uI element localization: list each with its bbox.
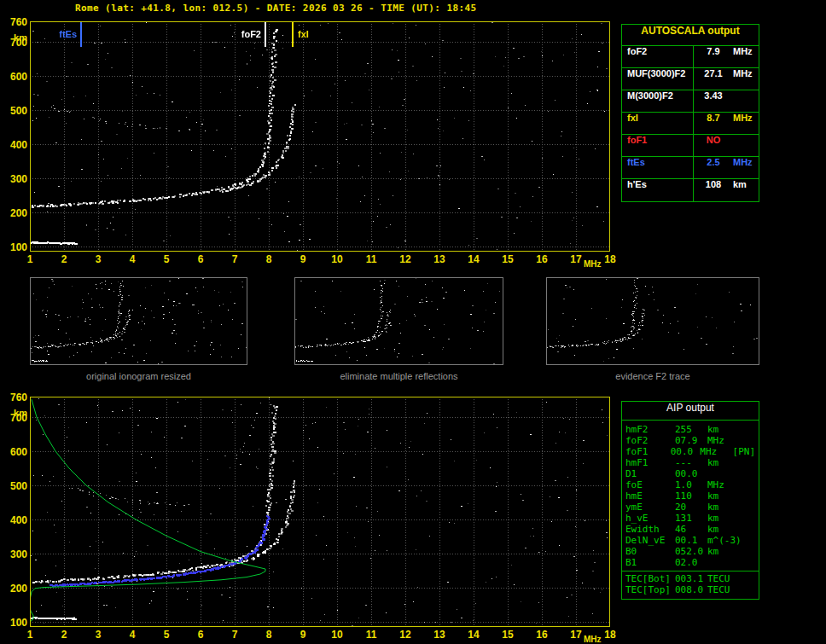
aip-unit: [707, 468, 743, 479]
autoscala-value-cell: 7.9MHz: [694, 46, 759, 67]
aip-param-label: TEC[Bot]: [625, 573, 675, 584]
autoscala-param-label: MUF(3000)F2: [622, 68, 694, 90]
aip-value: 46: [675, 524, 707, 535]
aip-param-label: h_vE: [625, 513, 675, 524]
autoscala-table-rows: foF27.9MHzMUF(3000)F227.1MHzM(3000)F23.4…: [622, 46, 759, 201]
aip-note: [743, 457, 755, 468]
aip-table-title: AIP output: [622, 402, 759, 421]
x-tick-label: 17: [567, 253, 585, 265]
autoscala-row: M(3000)F23.43: [622, 90, 759, 113]
aip-note: [743, 479, 755, 490]
x-tick-label: 9: [294, 629, 311, 641]
aip-param-label: ymE: [625, 502, 675, 513]
aip-unit: km: [707, 502, 743, 513]
thumbnail-caption: original ionogram resized: [30, 371, 247, 381]
x-tick-label: 6: [192, 629, 209, 641]
top-ionogram-canvas: [30, 21, 610, 252]
autoscala-table-title: AUTOSCALA output: [622, 25, 759, 46]
aip-param-label: D1: [625, 468, 675, 479]
aip-param-label: hmE: [625, 490, 675, 502]
bottom-plot-y-axis: 760700600500400300200100: [2, 0, 27, 644]
autoscala-param-label: ftEs: [622, 157, 694, 178]
x-tick-label: 13: [431, 629, 448, 641]
aip-note: [743, 490, 755, 502]
x-tick-label: 16: [533, 253, 550, 265]
thumbnail-caption: evidence F2 trace: [546, 371, 759, 381]
x-tick-label: 1: [21, 629, 38, 641]
aip-output-table: AIP output hmF2255kmfoF207.9MHzfoF100.0M…: [621, 401, 759, 600]
thumbnail-caption: eliminate multiple reflections: [294, 371, 503, 381]
autoscala-value-cell: 108km: [694, 179, 759, 201]
x-tick-label: 12: [397, 253, 414, 265]
x-tick-label: 16: [533, 629, 550, 641]
autoscala-value-cell: 2.5MHz: [694, 157, 759, 178]
autoscala-app-window: Rome (lat: +41.8, lon: 012.5) - DATE: 20…: [0, 0, 826, 644]
aip-note: [743, 557, 755, 568]
x-tick-label: 17: [567, 629, 585, 641]
aip-row: hmE110km: [622, 490, 759, 502]
aip-row: B0052.0km: [622, 546, 759, 557]
autoscala-value: 3.43: [694, 90, 733, 112]
aip-unit: [707, 557, 743, 568]
aip-row: foF100.0MHz[PN]: [622, 446, 759, 457]
bottom-ionogram-canvas: [30, 397, 610, 627]
autoscala-value-cell: 27.1MHz: [694, 68, 759, 90]
aip-param-label: Ewidth: [625, 524, 675, 535]
aip-param-label: B1: [625, 557, 675, 568]
autoscala-param-label: M(3000)F2: [622, 90, 694, 112]
y-tick-label: 400: [2, 514, 27, 526]
x-tick-label: 3: [90, 629, 107, 641]
autoscala-output-table: AUTOSCALA output foF27.9MHzMUF(3000)F227…: [621, 24, 759, 202]
autoscala-value: NO: [694, 135, 733, 156]
y-tick-label: 300: [2, 548, 27, 560]
aip-unit: TECU: [707, 584, 743, 595]
x-tick-label: 4: [124, 629, 141, 641]
page-title: Rome (lat: +41.8, lon: 012.5) - DATE: 20…: [75, 3, 477, 14]
x-tick-label: 11: [363, 253, 380, 265]
aip-row: Ewidth46km: [622, 524, 759, 535]
aip-param-label: B0: [625, 546, 675, 557]
aip-row: hmF2255km: [622, 424, 759, 435]
aip-row: foE1.0MHz: [622, 479, 759, 490]
aip-unit: km: [707, 457, 743, 468]
y-axis-unit-label: km: [2, 408, 27, 418]
aip-value: ---: [675, 457, 707, 468]
x-tick-label: 15: [499, 629, 516, 641]
thumbnail-f2-trace-evidence: [546, 277, 759, 365]
x-tick-label: 2: [55, 629, 73, 641]
aip-unit: MHz: [700, 446, 732, 457]
aip-value: 00.1: [675, 535, 707, 546]
aip-row: D100.0: [622, 468, 759, 479]
aip-param-label: foE: [625, 479, 675, 490]
aip-unit: MHz: [707, 479, 743, 490]
y-tick-label: 100: [2, 617, 27, 629]
aip-unit: km: [707, 513, 743, 524]
x-tick-label: 8: [260, 253, 277, 265]
aip-row: h_vE131km: [622, 513, 759, 524]
aip-note: [743, 535, 755, 546]
aip-value: 00.0: [675, 468, 707, 479]
x-tick-label: 8: [260, 629, 277, 641]
aip-row: ymE20km: [622, 502, 759, 513]
aip-table-rows: hmF2255kmfoF207.9MHzfoF100.0MHz[PN]hmF1-…: [622, 424, 759, 595]
x-tick-label: 5: [158, 253, 175, 265]
aip-value: 131: [675, 513, 707, 524]
aip-note: [743, 546, 755, 557]
aip-note: [743, 424, 755, 435]
aip-unit: TECU: [707, 573, 743, 584]
autoscala-row: foF27.9MHz: [622, 46, 759, 68]
x-tick-label: 3: [90, 253, 107, 265]
x-tick-label: 9: [294, 253, 311, 265]
aip-row: B102.0: [622, 557, 759, 568]
autoscala-value: 2.5: [694, 157, 733, 178]
autoscala-value-cell: 3.43: [694, 90, 759, 112]
x-tick-label: 10: [329, 253, 346, 265]
autoscala-row: h'Es108km: [622, 179, 759, 201]
autoscala-unit: MHz: [733, 157, 759, 178]
x-tick-label: 14: [465, 253, 482, 265]
aip-param-label: foF2: [625, 435, 675, 446]
thumbnail-multiple-reflections-removed: [294, 277, 503, 365]
aip-unit: MHz: [707, 435, 743, 446]
x-tick-label: 6: [192, 253, 209, 265]
aip-unit: km: [707, 424, 743, 435]
